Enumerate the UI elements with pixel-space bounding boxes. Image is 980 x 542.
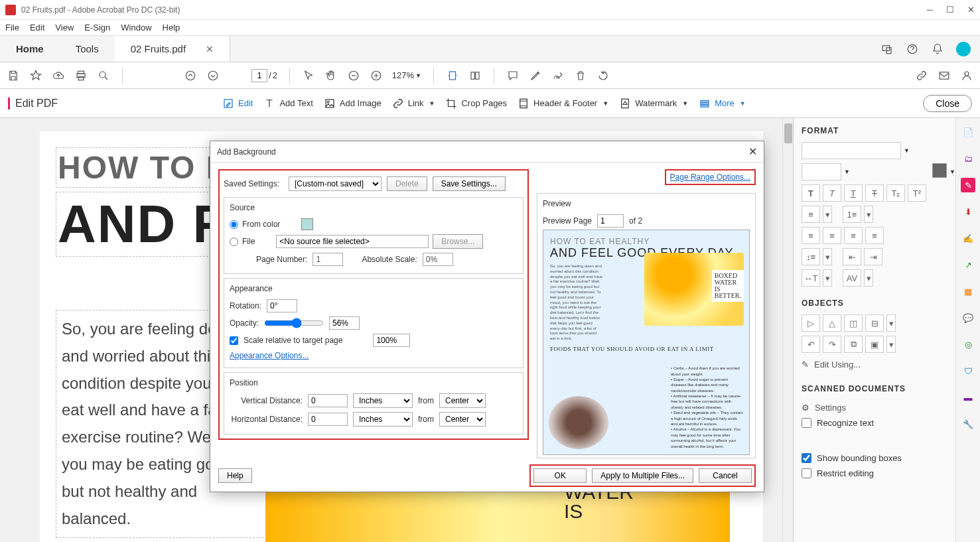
page-down-icon[interactable] (206, 69, 220, 82)
align-right-button[interactable]: ≡ (844, 227, 863, 244)
create-pdf-icon[interactable]: 📄 (961, 125, 975, 139)
fit-width-icon[interactable] (446, 69, 459, 82)
delete-icon[interactable] (574, 69, 587, 82)
scale-percent-input[interactable] (373, 334, 410, 347)
char-spacing-button[interactable]: AV (843, 269, 861, 287)
comment-icon[interactable] (506, 69, 520, 82)
line-spacing-button[interactable]: ↕≡ (802, 248, 820, 265)
close-window-button[interactable]: ✕ (967, 5, 975, 15)
from-color-radio[interactable] (230, 220, 238, 229)
tab-tools[interactable]: Tools (60, 36, 115, 62)
indent-left-button[interactable]: ⇤ (843, 248, 861, 265)
source-file-input[interactable] (276, 235, 429, 248)
star-icon[interactable] (29, 69, 42, 82)
scale-relative-checkbox[interactable] (230, 336, 238, 345)
zoom-in-icon[interactable] (370, 69, 383, 82)
horizontal-scale-button[interactable]: ↔T (802, 269, 820, 287)
device-icon[interactable] (880, 42, 894, 56)
rotate-cw-button[interactable]: ↷ (823, 336, 841, 353)
vdist-input[interactable] (308, 394, 348, 407)
print-icon[interactable] (74, 69, 88, 82)
vdist-unit-select[interactable]: Inches (353, 393, 413, 408)
crop-button[interactable]: ◫ (844, 314, 863, 332)
recognize-text-checkbox[interactable] (802, 418, 811, 428)
crop-tool[interactable]: Crop Pages (440, 95, 512, 112)
fill-sign-icon[interactable]: ✍ (961, 231, 975, 245)
help-icon[interactable] (906, 42, 919, 56)
hdist-input[interactable] (308, 413, 348, 426)
hdist-anchor-select[interactable]: Center (439, 412, 486, 427)
page-up-icon[interactable] (184, 69, 197, 82)
color-swatch[interactable] (932, 163, 947, 178)
dialog-close-icon[interactable]: ✕ (748, 145, 757, 158)
number-list-button[interactable]: 1≡ (843, 206, 861, 223)
sign-icon[interactable] (551, 69, 565, 82)
from-file-radio[interactable] (230, 237, 238, 246)
delete-settings-button[interactable]: Delete (387, 176, 427, 191)
underline-button[interactable]: T (844, 184, 863, 202)
align-left-button[interactable]: ≡ (802, 227, 820, 244)
cloud-upload-icon[interactable] (52, 69, 65, 82)
edit-tool[interactable]: Edit (217, 95, 258, 112)
comment-rail-icon[interactable]: 💬 (961, 310, 975, 325)
add-text-tool[interactable]: Add Text (258, 95, 318, 112)
close-panel-button[interactable]: Close (923, 95, 972, 112)
watermark-tool[interactable]: Watermark▼ (614, 95, 693, 112)
page-display-icon[interactable] (468, 69, 482, 82)
highlight-icon[interactable] (529, 69, 542, 82)
maximize-button[interactable]: ☐ (946, 5, 954, 15)
edit-pdf-icon[interactable]: ✎ (961, 178, 975, 192)
add-image-tool[interactable]: Add Image (318, 95, 387, 112)
opacity-input[interactable] (329, 316, 360, 330)
align-center-button[interactable]: ≡ (823, 227, 841, 244)
organize-icon[interactable]: ▦ (961, 284, 975, 299)
flip-h-button[interactable]: ▷ (802, 314, 820, 332)
rotate-ccw-button[interactable]: ↶ (802, 336, 820, 353)
zoom-out-icon[interactable] (347, 69, 360, 82)
header-footer-tool[interactable]: Header & Footer▼ (512, 95, 614, 112)
doc-heading-2[interactable]: AND F (56, 192, 228, 257)
tab-close-icon[interactable]: ✕ (206, 44, 214, 54)
page-range-options-link[interactable]: Page Range Options... (670, 172, 750, 182)
rotate-icon[interactable] (596, 69, 610, 82)
preview-page-input[interactable] (597, 214, 624, 228)
replace-image-button[interactable]: ⧉ (844, 336, 863, 353)
avatar[interactable] (956, 42, 971, 56)
export-icon[interactable]: ⬇ (961, 204, 975, 219)
protect-icon[interactable]: 🛡 (961, 364, 975, 378)
menu-file[interactable]: File (5, 23, 19, 33)
scan-icon[interactable]: ◎ (961, 337, 975, 352)
save-icon[interactable] (7, 69, 20, 82)
italic-button[interactable]: T (823, 184, 841, 202)
share-icon[interactable]: ↗ (961, 257, 975, 272)
hand-icon[interactable] (324, 69, 338, 82)
pointer-icon[interactable] (302, 69, 315, 82)
account-icon[interactable] (960, 69, 973, 82)
tab-home[interactable]: Home (0, 36, 60, 62)
vdist-anchor-select[interactable]: Center (439, 393, 486, 408)
minimize-button[interactable]: ─ (927, 5, 933, 15)
source-color-swatch[interactable] (301, 218, 313, 230)
strike-button[interactable]: T (865, 184, 884, 202)
zoom-level[interactable]: 127% ▼ (392, 70, 421, 80)
cancel-button[interactable]: Cancel (699, 468, 752, 483)
menu-window[interactable]: Window (121, 23, 151, 33)
menu-edit[interactable]: Edit (30, 23, 44, 33)
bullet-list-button[interactable]: ≡ (802, 206, 820, 223)
page-current-input[interactable] (251, 69, 267, 82)
indent-right-button[interactable]: ⇥ (864, 248, 882, 265)
edit-using-link[interactable]: ✎Edit Using... (802, 357, 955, 372)
align-objects-button[interactable]: ⊟ (865, 314, 884, 332)
settings-link[interactable]: ⚙Settings (802, 400, 955, 415)
spacing-dropdown[interactable]: ▾ (823, 248, 832, 265)
vertical-scrollbar[interactable] (782, 118, 793, 542)
link-tool[interactable]: Link▼ (387, 95, 441, 112)
ok-button[interactable]: OK (533, 468, 587, 483)
number-dropdown[interactable]: ▾ (864, 206, 873, 223)
menu-view[interactable]: View (55, 23, 74, 33)
apply-multiple-button[interactable]: Apply to Multiple Files... (592, 468, 693, 483)
appearance-options-link[interactable]: Appearance Options... (230, 351, 309, 360)
more-tools-icon[interactable]: 🔧 (961, 417, 975, 431)
menu-esign[interactable]: E-Sign (84, 23, 110, 33)
align-justify-button[interactable]: ≡ (865, 227, 884, 244)
